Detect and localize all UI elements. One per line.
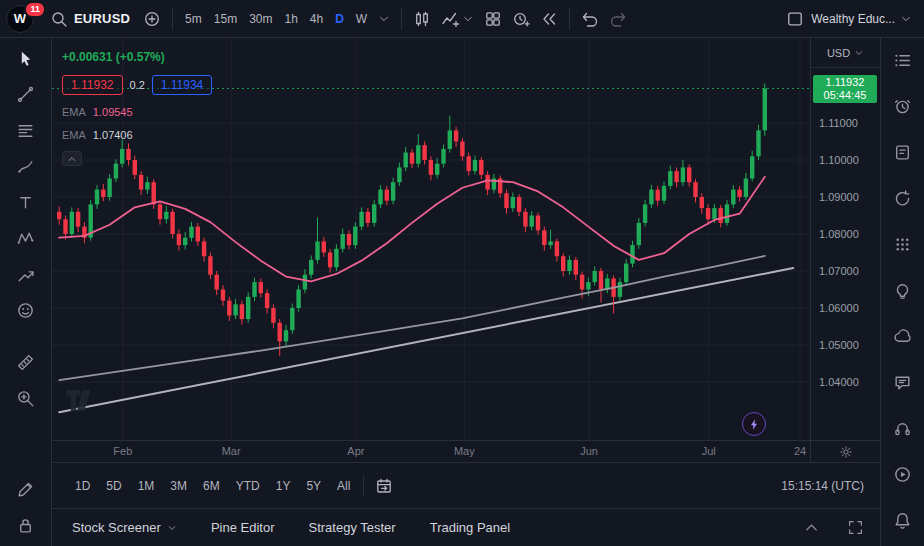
tool-cursor[interactable] <box>13 47 39 69</box>
indicators-button[interactable] <box>436 6 479 32</box>
rail-item-notifications[interactable] <box>890 509 916 531</box>
right-toolbar <box>880 38 924 546</box>
tool-emoji[interactable] <box>13 299 39 321</box>
rail-item-ideas-stream[interactable] <box>890 187 916 209</box>
chart-legend: +0.00631 (+0.57%) 1.11932 0.2 1.11934 EM… <box>62 50 212 166</box>
interval-menu-button[interactable] <box>373 9 395 29</box>
alerts-icon <box>893 97 912 116</box>
support-icon <box>893 419 912 438</box>
timeframe-button-1h[interactable]: 1h <box>278 8 303 30</box>
current-price-value: 1.11932 <box>813 76 877 89</box>
fullscreen-button[interactable] <box>842 517 868 539</box>
rail-item-chat-cloud[interactable] <box>890 325 916 347</box>
redo-icon <box>609 10 627 28</box>
timeframe-button-5m[interactable]: 5m <box>179 8 208 30</box>
create-alert-button[interactable] <box>507 6 535 32</box>
boost-button[interactable] <box>742 412 766 436</box>
timeframe-button-d[interactable]: D <box>329 8 350 30</box>
toolbar-separator <box>401 8 402 30</box>
select-layout-button[interactable] <box>781 6 809 32</box>
range-button-ytd[interactable]: YTD <box>229 474 267 498</box>
rail-item-notes[interactable] <box>890 141 916 163</box>
edit-icon <box>16 480 35 499</box>
range-toolbar: 1D5D1M3M6MYTD1Y5YAll 15:15:14 (UTC) <box>52 462 880 508</box>
sell-bid-button[interactable]: 1.11932 <box>62 75 123 95</box>
rail-item-alerts[interactable] <box>890 95 916 117</box>
rail-item-watchlist[interactable] <box>890 49 916 71</box>
ema-label: EMA <box>62 106 86 118</box>
range-button-all[interactable]: All <box>330 474 357 498</box>
tab-pine-editor[interactable]: Pine Editor <box>211 520 275 535</box>
chart-pane[interactable]: +0.00631 (+0.57%) 1.11932 0.2 1.11934 EM… <box>52 38 810 440</box>
collapse-legend-button[interactable] <box>62 151 82 166</box>
range-button-5y[interactable]: 5Y <box>299 474 328 498</box>
tool-zoom-in[interactable] <box>13 387 39 409</box>
range-group: 1D5D1M3M6MYTD1Y5YAll <box>68 474 357 498</box>
timeframe-button-30m[interactable]: 30m <box>243 8 278 30</box>
timeframe-button-4h[interactable]: 4h <box>304 8 329 30</box>
ema-legend-row[interactable]: EMA 1.09545 <box>62 106 212 118</box>
open-panel-button[interactable] <box>798 517 824 539</box>
timeframe-button-15m[interactable]: 15m <box>208 8 243 30</box>
bar-countdown: 05:44:45 <box>813 89 877 102</box>
chevron-up-icon <box>803 519 820 536</box>
tool-measure[interactable] <box>13 351 39 373</box>
tab-strategy-tester[interactable]: Strategy Tester <box>308 520 395 535</box>
axis-settings-corner[interactable] <box>811 440 880 462</box>
price-axis-label: 1.05000 <box>819 339 859 351</box>
rail-item-apps-grid[interactable] <box>890 233 916 255</box>
lock-icon <box>16 516 35 535</box>
price-axis-label: 1.06000 <box>819 302 859 314</box>
time-axis[interactable]: FebMarAprMayJunJul24 <box>52 440 810 462</box>
compare-add-button[interactable] <box>138 6 166 32</box>
tool-edit[interactable] <box>13 478 39 500</box>
tool-forecast[interactable] <box>13 263 39 285</box>
buy-ask-button[interactable]: 1.11934 <box>152 75 213 95</box>
candlestick-style-icon <box>413 10 431 28</box>
tool-lock[interactable] <box>13 514 39 536</box>
range-button-6m[interactable]: 6M <box>196 474 227 498</box>
tab-stock-screener[interactable]: Stock Screener <box>72 520 177 535</box>
range-button-1m[interactable]: 1M <box>131 474 162 498</box>
grid-layout-icon <box>484 10 502 28</box>
tool-brush[interactable] <box>13 155 39 177</box>
ema-legend-row[interactable]: EMA 1.07406 <box>62 129 212 141</box>
layout-name-menu[interactable]: Wealthy Educ... <box>809 8 914 30</box>
go-to-date-button[interactable] <box>370 473 398 499</box>
undo-button[interactable] <box>576 6 604 32</box>
tab-trading-panel[interactable]: Trading Panel <box>430 520 510 535</box>
text-icon <box>16 193 35 212</box>
price-axis-label: 1.04000 <box>819 376 859 388</box>
range-button-1d[interactable]: 1D <box>68 474 97 498</box>
rail-item-support[interactable] <box>890 417 916 439</box>
tab-label: Strategy Tester <box>308 520 395 535</box>
range-button-5d[interactable]: 5D <box>99 474 128 498</box>
layout-templates-button[interactable] <box>479 6 507 32</box>
time-axis-label-apr: Apr <box>347 445 364 457</box>
tool-xabcd-pattern[interactable] <box>13 227 39 249</box>
tool-text[interactable] <box>13 191 39 213</box>
timezone-clock[interactable]: 15:15:14 (UTC) <box>781 479 864 493</box>
watchlist-icon <box>893 51 912 70</box>
rail-item-live-stream[interactable] <box>890 463 916 485</box>
timeframe-group: 5m15m30m1h4hDW <box>179 8 373 30</box>
layout-name-label: Wealthy Educ... <box>811 12 895 26</box>
rail-item-ideas[interactable] <box>890 279 916 301</box>
price-axis[interactable]: USD 1.110001.100001.090001.080001.070001… <box>810 38 880 462</box>
redo-button[interactable] <box>604 6 632 32</box>
fib-retracement-icon <box>16 121 35 140</box>
ema-label: EMA <box>62 129 86 141</box>
emoji-icon <box>16 301 35 320</box>
bar-replay-button[interactable] <box>535 6 563 32</box>
logo[interactable]: W 11 <box>6 4 38 34</box>
tool-fib-retracement[interactable] <box>13 119 39 141</box>
symbol-search-button[interactable]: EURUSD <box>46 6 138 32</box>
tab-label: Trading Panel <box>430 520 510 535</box>
tool-trend-line[interactable] <box>13 83 39 105</box>
timeframe-button-w[interactable]: W <box>350 8 373 30</box>
ideas-icon <box>893 281 912 300</box>
range-button-3m[interactable]: 3M <box>163 474 194 498</box>
rail-item-messages[interactable] <box>890 371 916 393</box>
range-button-1y[interactable]: 1Y <box>269 474 298 498</box>
chart-style-button[interactable] <box>408 6 436 32</box>
